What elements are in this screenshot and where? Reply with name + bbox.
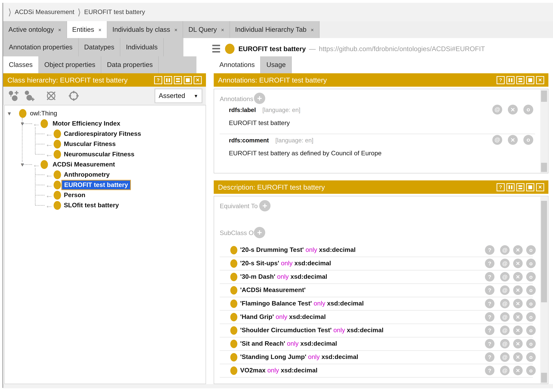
description-scrollbar[interactable] [540,197,548,384]
subclass-row[interactable]: 'Flamingo Balance Test' only xsd:decimal… [214,297,540,310]
delete-icon[interactable]: ✕ [513,285,523,295]
tree-node-owl-thing[interactable]: ▼ owl:Thing [5,108,206,118]
annotations-scrollbar[interactable] [540,90,548,173]
edit-icon[interactable]: o [526,352,536,362]
edit-icon[interactable]: o [526,366,536,375]
delete-icon[interactable]: ✕ [513,366,523,375]
delete-class-icon[interactable] [45,90,57,101]
tab-annotation-properties[interactable]: Annotation properties [3,38,79,56]
collapse-triangle-icon[interactable]: ▼ [7,110,12,116]
tab-data-properties[interactable]: Data properties [101,56,159,73]
annotate-icon[interactable]: @ [492,135,502,145]
add-subclass-of-button[interactable]: + [254,227,265,238]
edit-icon[interactable]: o [523,105,533,114]
split-horizontal-icon[interactable] [516,76,524,84]
delete-icon[interactable]: ✕ [513,339,523,348]
close-icon[interactable]: × [174,27,178,33]
annotate-icon[interactable]: @ [500,245,510,255]
edit-icon[interactable]: o [526,312,536,322]
close-icon[interactable]: × [221,27,224,33]
annotate-icon[interactable]: @ [500,259,510,268]
close-icon[interactable]: × [311,27,314,33]
split-vertical-icon[interactable] [507,76,515,84]
close-icon[interactable]: ✕ [536,76,544,84]
scrollbar-down-button[interactable] [541,373,547,383]
subclass-row[interactable]: '20-s Sit-ups' only xsd:decimal ?@✕o [214,257,540,270]
float-icon[interactable] [526,183,534,191]
delete-icon[interactable]: ✕ [513,312,523,322]
explain-icon[interactable]: ? [485,366,495,375]
split-horizontal-icon[interactable] [516,183,524,191]
close-icon[interactable]: ✕ [536,183,544,191]
menu-hamburger-icon[interactable] [212,45,220,52]
annotate-icon[interactable]: @ [500,339,510,348]
split-horizontal-icon[interactable] [174,76,182,84]
split-vertical-icon[interactable] [507,183,515,191]
tree-node-muscular-fitness[interactable]: ← Muscular Fitness [5,139,206,149]
split-vertical-icon[interactable] [164,76,172,84]
delete-icon[interactable]: ✕ [513,245,523,255]
edit-icon[interactable]: o [526,245,536,255]
scrollbar-down-button[interactable] [541,163,547,172]
breadcrumb-item-acdsi[interactable]: ACDSi Measurement [15,8,74,16]
tree-node-acdsi-measurement[interactable]: ▼ ← ACDSi Measurement [5,159,206,169]
subclass-row[interactable]: 'ACDSi Measurement' ?@✕o [214,284,540,297]
annotate-icon[interactable]: @ [500,272,510,281]
tab-dl-query[interactable]: DL Query × [183,21,230,38]
subclass-row[interactable]: '30-m Dash' only xsd:decimal ?@✕o [214,270,540,284]
edit-icon[interactable]: o [526,259,536,268]
annotate-icon[interactable]: @ [500,285,510,295]
add-subclass-icon[interactable] [8,90,20,101]
explain-icon[interactable]: ? [485,259,495,268]
tab-classes[interactable]: Classes [3,56,39,73]
add-sibling-class-icon[interactable] [24,90,35,101]
delete-icon[interactable]: ✕ [513,259,523,268]
tree-node-slofit-test-battery[interactable]: ← SLOfit test battery [5,200,206,210]
explain-icon[interactable]: ? [485,245,495,255]
tab-individuals-by-class[interactable]: Individuals by class × [107,21,183,38]
edit-icon[interactable]: o [526,339,536,348]
tree-node-anthropometry[interactable]: ← Anthropometry [5,169,206,180]
float-icon[interactable] [526,76,534,84]
tree-node-neuromuscular-fitness[interactable]: ← Neuromuscular Fitness [5,149,206,159]
tab-object-properties[interactable]: Object properties [39,56,101,73]
tree-node-eurofit-test-battery[interactable]: ← EUROFIT test battery [5,180,206,190]
add-annotation-button[interactable]: + [254,93,265,104]
tree-node-cardiorespiratory-fitness[interactable]: ← Cardiorespiratory Fitness [5,129,206,139]
hierarchy-mode-select[interactable]: Asserted ▼ [155,89,202,103]
breadcrumb-item-eurofit[interactable]: EUROFIT test battery [84,8,145,16]
subclass-row[interactable]: 'Sit and Reach' only xsd:decimal ?@✕o [214,337,540,350]
add-equivalent-button[interactable]: + [259,200,271,211]
delete-icon[interactable]: ✕ [513,272,523,281]
tree-node-person[interactable]: ← Person [5,190,206,200]
explain-icon[interactable]: ? [485,339,495,348]
edit-icon[interactable]: o [526,326,536,335]
edit-icon[interactable]: o [526,299,536,308]
float-icon[interactable] [184,76,192,84]
annotate-icon[interactable]: @ [500,352,510,362]
tab-active-ontology[interactable]: Active ontology × [3,21,67,38]
explain-icon[interactable]: ? [485,272,495,281]
annotate-icon[interactable]: @ [500,312,510,322]
delete-icon[interactable]: ✕ [513,299,523,308]
tab-individuals[interactable]: Individuals [120,38,164,56]
subclass-row[interactable]: 'Standing Long Jump' only xsd:decimal ?@… [214,350,540,364]
delete-icon[interactable]: ✕ [508,105,518,114]
tab-usage[interactable]: Usage [261,56,292,73]
explain-icon[interactable]: ? [485,299,495,308]
annotate-icon[interactable]: @ [500,299,510,308]
explain-icon[interactable]: ? [485,312,495,322]
locate-crosshair-icon[interactable] [68,90,79,101]
tab-individual-hierarchy[interactable]: Individual Hierarchy Tab × [230,21,319,38]
subclass-row[interactable]: 'Hand Grip' only xsd:decimal ?@✕o [214,310,540,324]
close-icon[interactable]: × [98,27,101,33]
help-icon[interactable]: ? [496,76,505,84]
delete-icon[interactable]: ✕ [508,135,518,145]
edit-icon[interactable]: o [523,135,533,145]
subclass-row[interactable]: '20-s Drumming Test' only xsd:decimal ?@… [214,244,540,257]
delete-icon[interactable]: ✕ [513,326,523,335]
close-icon[interactable]: ✕ [194,76,202,84]
annotate-icon[interactable]: @ [500,366,510,375]
explain-icon[interactable]: ? [485,285,495,295]
help-icon[interactable]: ? [496,183,505,191]
